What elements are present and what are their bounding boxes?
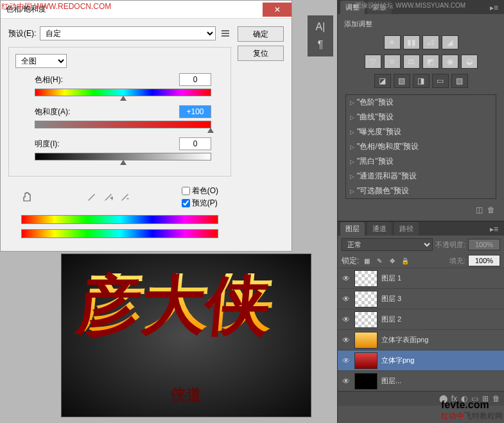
layer-row[interactable]: 👁图层 2: [338, 309, 504, 329]
colorize-label: 着色(O): [192, 186, 218, 196]
brightness-contrast-icon[interactable]: ☀: [384, 35, 401, 49]
panel-menu-icon[interactable]: ▸≡: [487, 1, 501, 14]
lock-position-icon[interactable]: ✥: [387, 255, 397, 266]
preview-checkbox-row[interactable]: 预览(P): [182, 198, 218, 209]
selective-color-icon[interactable]: ▨: [451, 74, 468, 88]
colorize-checkbox-row[interactable]: 着色(O): [182, 186, 218, 196]
visibility-toggle-icon[interactable]: 👁: [338, 377, 354, 386]
visibility-toggle-icon[interactable]: 👁: [338, 315, 354, 324]
hue-range-bar-bottom: [21, 229, 218, 238]
close-button[interactable]: ✕: [263, 3, 291, 17]
eyedropper-plus-icon[interactable]: +: [103, 192, 113, 202]
tab-paths[interactable]: 路径: [394, 222, 419, 236]
layers-menu-icon[interactable]: ▸≡: [487, 223, 501, 236]
adjustment-presets-list: ▷"色阶"预设 ▷"曲线"预设 ▷"曝光度"预设 ▷"色相/饱和度"预设 ▷"黑…: [345, 94, 496, 199]
lock-pixels-icon[interactable]: ✎: [374, 255, 385, 266]
layer-thumbnail: [354, 311, 378, 328]
preset-menu-icon[interactable]: [220, 28, 231, 39]
lock-label: 锁定:: [342, 255, 359, 266]
preview-label: 预览(P): [192, 198, 218, 209]
layer-row[interactable]: 👁图层 3: [338, 288, 504, 309]
lock-transparency-icon[interactable]: ▦: [361, 255, 372, 266]
tab-layers[interactable]: 图层: [340, 222, 365, 236]
layer-row[interactable]: 👁图层...: [338, 370, 504, 391]
close-icon: ✕: [274, 5, 281, 14]
layer-name-label: 图层 3: [381, 294, 504, 304]
layer-thumbnail: [354, 373, 378, 390]
hand-tool-icon[interactable]: [21, 191, 34, 203]
layer-row[interactable]: 👁图层 1: [338, 268, 504, 288]
saturation-input[interactable]: [179, 105, 211, 118]
watermark-bottom: fevte.com 红动中飞特教程网: [441, 399, 503, 422]
eyedropper-minus-icon[interactable]: -: [119, 192, 130, 202]
posterize-icon[interactable]: ▧: [394, 74, 410, 88]
threshold-icon[interactable]: ◨: [413, 74, 430, 88]
preset-label: 预设(E):: [8, 28, 36, 39]
eyedropper-icon[interactable]: [86, 192, 96, 202]
opacity-label: 不透明度:: [435, 240, 465, 250]
channel-select[interactable]: 全图: [15, 54, 67, 68]
photo-filter-icon[interactable]: ◉: [442, 55, 458, 69]
visibility-toggle-icon[interactable]: 👁: [338, 336, 354, 345]
preset-select[interactable]: 自定: [40, 26, 216, 40]
artwork-subtitle: 侠道: [171, 384, 202, 405]
colorize-checkbox[interactable]: [182, 187, 190, 195]
fill-label: 填充:: [449, 256, 465, 266]
reset-button[interactable]: 复位: [238, 46, 284, 61]
layer-row[interactable]: 👁立体字png: [338, 350, 504, 370]
fill-input[interactable]: [468, 255, 500, 266]
lightness-thumb[interactable]: [120, 160, 126, 165]
black-white-icon[interactable]: ◩: [422, 55, 439, 69]
hue-saturation-dialog: 色相/饱和度 ✕ 预设(E): 自定 全图: [0, 0, 292, 252]
preset-selective-color[interactable]: ▷"可选颜色"预设: [346, 184, 496, 198]
preview-checkbox[interactable]: [182, 199, 190, 207]
lightness-slider[interactable]: [35, 153, 211, 160]
saturation-label: 饱和度(A):: [35, 107, 70, 117]
preset-levels[interactable]: ▷"色阶"预设: [346, 95, 496, 110]
preset-bw[interactable]: ▷"黑白"预设: [346, 154, 496, 169]
layer-name-label: 立体字png: [381, 356, 504, 365]
hue-input[interactable]: [179, 73, 211, 86]
layer-row[interactable]: 👁立体字表面png: [338, 329, 504, 350]
saturation-thumb[interactable]: [207, 128, 214, 133]
svg-text:-: -: [126, 194, 129, 202]
invert-icon[interactable]: ◪: [374, 74, 391, 88]
color-balance-icon[interactable]: ⚖: [403, 55, 420, 69]
hue-slider[interactable]: [35, 89, 211, 96]
visibility-toggle-icon[interactable]: 👁: [338, 274, 354, 283]
levels-icon[interactable]: ▮▮: [403, 35, 420, 49]
layers-panel: 图层 通道 路径 ▸≡ 正常 不透明度: 锁定: ▦ ✎ ✥ 🔒 填充: 👁图层…: [338, 221, 504, 406]
svg-rect-1: [222, 33, 229, 34]
visibility-toggle-icon[interactable]: 👁: [338, 295, 354, 304]
lightness-input[interactable]: [179, 137, 211, 150]
layer-thumbnail: [354, 291, 378, 307]
preset-exposure[interactable]: ▷"曝光度"预设: [346, 125, 496, 139]
layer-thumbnail: [354, 332, 378, 349]
preset-hue-sat[interactable]: ▷"色相/饱和度"预设: [346, 139, 496, 154]
hue-sat-icon[interactable]: ≡: [384, 55, 401, 69]
hue-thumb[interactable]: [120, 96, 126, 101]
vibrance-icon[interactable]: ▽: [365, 55, 381, 69]
gradient-map-icon[interactable]: ▭: [432, 74, 449, 88]
exposure-icon[interactable]: ◢: [442, 35, 458, 49]
ok-button[interactable]: 确定: [238, 26, 284, 42]
preset-channel-mixer[interactable]: ▷"通道混和器"预设: [346, 169, 496, 184]
opacity-input[interactable]: [468, 239, 500, 250]
character-panel-icon[interactable]: A|: [308, 18, 333, 36]
tab-channels[interactable]: 通道: [367, 222, 392, 236]
canvas-preview: 彦大侠 侠道: [61, 254, 311, 417]
clip-icon[interactable]: ◫: [476, 205, 483, 214]
blend-mode-select[interactable]: 正常: [342, 238, 433, 251]
trash-icon[interactable]: 🗑: [487, 205, 495, 214]
channel-mixer-icon[interactable]: ◒: [461, 55, 478, 69]
preset-curves[interactable]: ▷"曲线"预设: [346, 110, 496, 125]
hue-range-bar-top: [21, 215, 218, 224]
curves-icon[interactable]: ⦯: [422, 35, 439, 49]
visibility-toggle-icon[interactable]: 👁: [338, 356, 354, 365]
layer-name-label: 立体字表面png: [381, 335, 504, 345]
layer-name-label: 图层 1: [381, 273, 504, 283]
lock-all-icon[interactable]: 🔒: [400, 255, 410, 266]
saturation-slider[interactable]: [35, 121, 211, 128]
paragraph-panel-icon[interactable]: ¶: [308, 36, 333, 54]
lightness-label: 明度(I):: [35, 139, 60, 150]
